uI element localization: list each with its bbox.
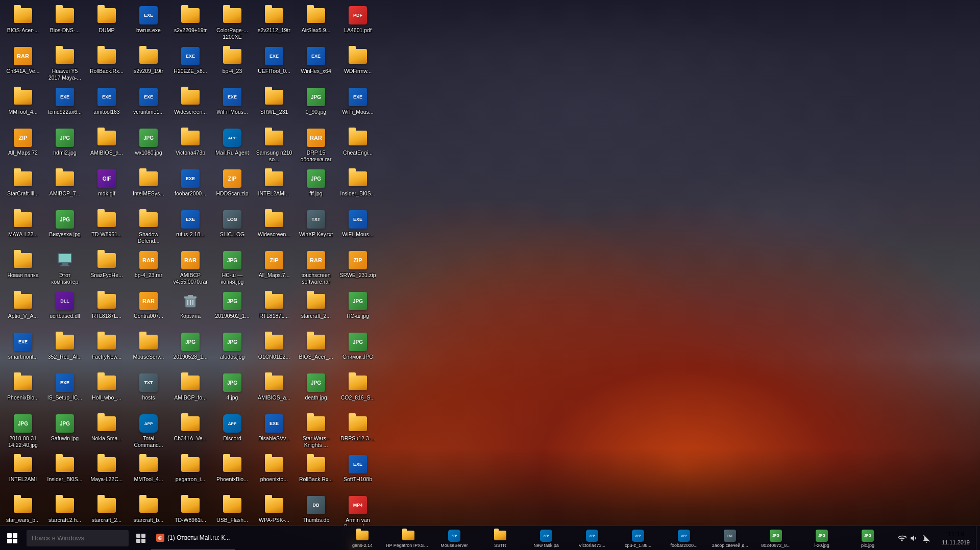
desktop-icon-mail_ru[interactable]: APPMail.Ru Agent [212,125,253,166]
desktop-icon-wifi_mous2[interactable]: EXEWiFi_Mous... [337,84,378,125]
desktop-icon-starcraft2_2[interactable]: starcraft_2... [296,288,336,329]
desktop-icon-phoenixto[interactable]: phoenixto... [254,452,295,492]
desktop-icon-hc_sh2[interactable]: JPGHC-ш.jpg [337,288,378,329]
desktop-icon-rtl8187l2[interactable]: RTL8187L... [254,288,295,329]
desktop-icon-samsung_n210[interactable]: Samsung n210 so... [254,125,295,166]
desktop-icon-h20eze_x8[interactable]: EXEH20EZE_x8... [170,43,211,84]
desktop-icon-touchscreen[interactable]: RARtouchscreen software.rar [296,247,336,288]
desktop-icon-novaya_papka[interactable]: Новая папка [3,247,43,288]
taskbar-icon-zasor[interactable]: TXTЗасор свечей д... [707,526,753,551]
desktop-icon-etot_komputer[interactable]: Этот компьютер [44,247,85,288]
desktop-icon-bios_acer2[interactable]: BIOS_Acer_... [296,329,336,370]
desktop-icon-rollback_rx[interactable]: RollBack.Rx... [86,43,127,84]
desktop-icon-mouseserv[interactable]: MouseServ... [128,329,169,370]
desktop-icon-352_red_al[interactable]: 352_Red_Al... [44,329,85,370]
desktop-icon-mdk_gif[interactable]: GIFmdk.gif [86,166,127,207]
taskbar-icon-80240972_8[interactable]: JPG80240972_8... [753,526,799,551]
start-button[interactable] [0,526,24,551]
desktop-icon-safuwin[interactable]: JPGSafuwin.jpg [44,411,85,452]
desktop-icon-dump[interactable]: DUMP [86,3,127,43]
desktop-icon-wx1080[interactable]: JPGwx1080.jpg [128,125,169,166]
desktop-icon-co2_816_s[interactable]: CO2_816_S... [337,370,378,411]
desktop-icon-s2v209_19tr[interactable]: s2v209_19tr [128,43,169,84]
desktop-icon-intelme_sys[interactable]: IntelMESys... [128,166,169,207]
desktop-icon-2018_08_31[interactable]: JPG2018-08-31 14:22:40.jpg [3,411,43,452]
desktop-icon-smartmontols[interactable]: EXEsmartmont... [3,329,43,370]
desktop-icon-amibcp_7[interactable]: AMIBCP_7... [44,166,85,207]
desktop-icon-softth108b[interactable]: EXESoftTH108b [337,452,378,492]
desktop-icon-victona473b[interactable]: Victona473b [170,125,211,166]
taskbar-icon-mouseserver[interactable]: APPMouseServer [431,526,477,551]
desktop-icon-holl_wbo[interactable]: Holl_wbo_... [86,370,127,411]
desktop-icon-drp15[interactable]: RARDRP 15 оболочка.rar [296,125,336,166]
desktop-icon-winhex_x64[interactable]: EXEWinHex_x64 [296,43,336,84]
desktop-icon-aptio_v_a[interactable]: Aptio_V_A... [3,288,43,329]
taskbar-clock[interactable]: 11:19 11.11.2019 [936,526,976,550]
desktop-icon-slic_log[interactable]: LOGSLIC.LOG [212,207,253,247]
desktop-icon-disablesv[interactable]: EXEDisableSVv... [254,411,295,452]
taskbar-icon-cpu_z[interactable]: APPcpu-z_1.88... [615,526,661,551]
desktop-icon-wdfirmw[interactable]: WDFirmw... [337,43,378,84]
taskbar-icon-foobar2000b[interactable]: APPfoobar2000... [661,526,707,551]
desktop-icon-intel2ami_2[interactable]: INTEL2AMI... [254,166,295,207]
desktop-icon-tcmd922ax[interactable]: EXEtcmd922ax6... [44,84,85,125]
desktop-icon-winxp_key[interactable]: TXTWinXP Key.txt [296,207,336,247]
desktop-icon-discord[interactable]: APPDiscord [212,411,253,452]
desktop-icon-td_w8961[interactable]: TD-W8961... [86,207,127,247]
desktop-icon-mmtool_4b[interactable]: MMTool_4... [128,452,169,492]
desktop-icon-widescreen2[interactable]: Widescreen... [254,207,295,247]
desktop-icon-airslax59[interactable]: AirSlax5.9... [296,3,336,43]
desktop-icon-amibcp_fod[interactable]: AMIBCP_fo... [170,370,211,411]
desktop-icon-starcraft_ill[interactable]: StarCraft-Ill... [3,166,43,207]
desktop-icon-huawei_y5[interactable]: Huawei Y5 2017 Maya-... [44,43,85,84]
active-app-button[interactable]: @ (1) Ответы Mail.ru: К... [151,526,235,551]
show-desktop-button[interactable] [976,526,980,551]
desktop-icon-contra007[interactable]: RARContra007... [128,288,169,329]
desktop-icon-0_90_jpg[interactable]: JPG0_90.jpg [296,84,336,125]
desktop-icon-amibios_a[interactable]: AMIBIOS_a... [86,125,127,166]
desktop-icon-ucrtbased[interactable]: DLLucrtbased.dll [44,288,85,329]
desktop-icon-amitool163[interactable]: EXEamitool163 [86,84,127,125]
wifi-icon[interactable] [897,533,907,543]
desktop-icon-nokia_sma[interactable]: Nokia Sma... [86,411,127,452]
desktop-icon-insider_bios2[interactable]: Insider_BI0S... [337,166,378,207]
desktop-icon-maya_l22[interactable]: MAYA-L22... [3,207,43,247]
desktop-icon-all_maps_7[interactable]: ZIPAll_Maps.7... [254,247,295,288]
desktop-icon-all_maps72[interactable]: ZIPAll_Maps.72 [3,125,43,166]
desktop-icon-shadow_defend[interactable]: Shadow Defend... [128,207,169,247]
desktop-icon-hdddscan[interactable]: ZIPHDDScan.zip [212,166,253,207]
desktop-icon-bios_dns[interactable]: Bios-DNS-... [44,3,85,43]
desktop-icon-01cn01e2[interactable]: O1CN01E2... [254,329,295,370]
desktop-icon-bp4_23_rar[interactable]: RARbp-4_23.rar [128,247,169,288]
desktop-icon-pegatron_i[interactable]: pegatron_i... [170,452,211,492]
desktop-icon-amibios_a2[interactable]: AMIBIOS_a... [254,370,295,411]
desktop-icon-widescreen[interactable]: Widescreen... [170,84,211,125]
desktop-icon-mmtool_4[interactable]: MMTool_4... [3,84,43,125]
taskbar-icon-victoria473[interactable]: APPVictoria473... [569,526,615,551]
desktop-icon-srwe_231_zip[interactable]: ZIPSRWE_231.zip [337,247,378,288]
desktop-icon-death_jpg[interactable]: JPGdeath.jpg [296,370,336,411]
taskbar-icon-sstr[interactable]: SSTR [477,526,523,551]
taskbar-search-input[interactable] [27,530,129,546]
taskbar-icon-gens214[interactable]: gens-2.14 [339,526,385,551]
desktop-icon-hosts[interactable]: TXThosts [128,370,169,411]
desktop-icon-uefitool_0[interactable]: EXEUEFITool_0... [254,43,295,84]
desktop-icon-ch341a_ve2[interactable]: Ch341A_Ve... [170,411,211,452]
desktop-icon-snimok_jpg[interactable]: JPGСнимок.JPG [337,329,378,370]
desktop-icon-total_command[interactable]: APPTotal Command... [128,411,169,452]
desktop-icon-maya_l22c[interactable]: Maya-L22C... [86,452,127,492]
desktop-icon-s2v209_19tr2[interactable]: s2v2209+19tr [170,3,211,43]
desktop-icon-drpsu12_3[interactable]: DRPSu12.3-... [337,411,378,452]
desktop-icon-20190528_1[interactable]: JPG20190528_1... [170,329,211,370]
desktop-icon-snazfyd[interactable]: SnazFydHe... [86,247,127,288]
desktop-icon-bwrus_exe[interactable]: EXEbwrus.exe [128,3,169,43]
desktop-icon-fff_jpg[interactable]: JPGfff.jpg [296,166,336,207]
desktop-icon-rufus218[interactable]: EXErufus-2.18... [170,207,211,247]
desktop-icon-s2v2112_19tr[interactable]: s2v2112_19tr [254,3,295,43]
desktop-icon-rtl8187l[interactable]: RTL8187L... [86,288,127,329]
desktop-icon-intel2ami[interactable]: INTEL2AMI [3,452,43,492]
desktop-icon-phoenixbio[interactable]: PhoenixBio... [3,370,43,411]
desktop-icon-la4601_pdf[interactable]: PDFLA4601.pdf [337,3,378,43]
desktop-icon-afudos[interactable]: JPGafudos.jpg [212,329,253,370]
taskbar-icon-pic_jpg[interactable]: JPGpic.jpg [845,526,891,551]
